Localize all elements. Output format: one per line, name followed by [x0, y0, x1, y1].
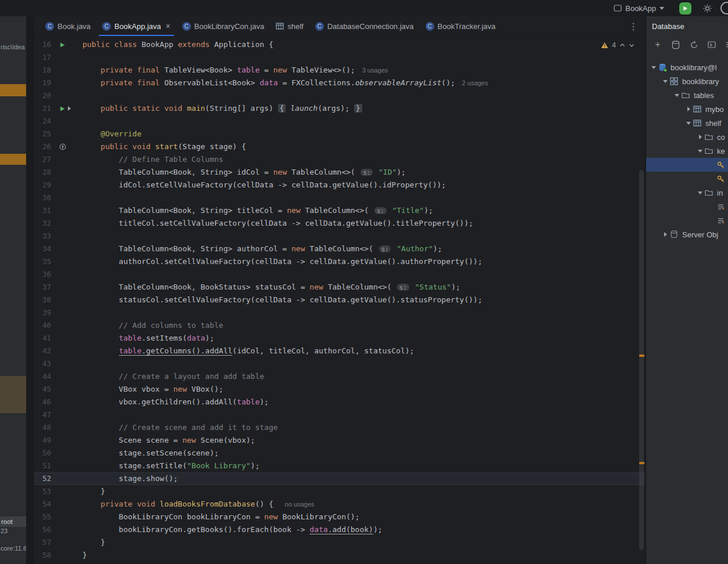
db-tree-item[interactable] [646, 158, 728, 172]
code-line[interactable]: 16public class BookApp extends Applicati… [34, 38, 645, 51]
db-tree-item-co[interactable]: co [646, 130, 728, 144]
code-line[interactable]: 18 private final TableView<Book> table =… [34, 64, 645, 77]
code-line[interactable]: 58} [34, 549, 645, 562]
code-line[interactable]: 48 // Create scene and add it to stage [34, 421, 645, 434]
chevron-down-icon[interactable] [661, 80, 669, 83]
code-line[interactable]: 47 [34, 408, 645, 421]
chevron-right-icon[interactable] [68, 106, 71, 111]
chevron-down-icon[interactable] [698, 150, 702, 153]
data-source-icon[interactable] [671, 40, 680, 49]
db-tree-item-tables[interactable]: tables [646, 88, 728, 102]
chevron-down-icon[interactable] [675, 94, 679, 97]
code-line[interactable]: 52 stage.show(); [34, 472, 645, 485]
tab-shelf[interactable]: shelf [270, 16, 309, 36]
tab-BookTracker.java[interactable]: CBookTracker.java [420, 16, 502, 36]
warning-stripe-mark[interactable] [639, 462, 644, 464]
db-tree-item-booklibrary@l[interactable]: booklibrary@l [646, 60, 728, 74]
refresh-icon[interactable] [689, 40, 698, 49]
code-line[interactable]: 41 table.setItems(data); [34, 332, 645, 345]
scrollbar-thumb[interactable] [639, 170, 644, 550]
db-tree-item-in[interactable]: in [646, 186, 728, 200]
code-line[interactable]: 57 } [34, 536, 645, 549]
tab-overflow-kebab-icon[interactable]: ⋮ [622, 21, 645, 32]
close-icon[interactable]: × [165, 22, 170, 30]
override-icon[interactable] [59, 143, 66, 150]
code-line[interactable]: 19 private final ObservableList<Book> da… [34, 77, 645, 89]
code-line[interactable]: 33 [34, 230, 645, 243]
db-tree-item-Server Obj[interactable]: Server Obj [646, 227, 728, 241]
chevron-right-icon[interactable] [699, 135, 702, 139]
chevron-down-icon[interactable] [663, 80, 668, 83]
next-warning-chevron-down-icon[interactable] [629, 43, 635, 48]
code-line[interactable]: 42 table.getColumns().addAll(idCol, titl… [34, 345, 645, 357]
code-line[interactable]: 38 statusCol.setCellValueFactory(cellDat… [34, 294, 645, 306]
code-line[interactable]: 46 vbox.getChildren().addAll(table); [34, 396, 645, 408]
db-tree-item-booklibrary[interactable]: booklibrary [646, 74, 728, 88]
run-config-selector[interactable]: BookApp [614, 4, 664, 13]
chevron-down-icon[interactable] [686, 122, 691, 125]
chevron-right-icon[interactable] [661, 232, 669, 237]
code-line[interactable]: 55 BookLibraryCon bookLibraryCon = new B… [34, 511, 645, 523]
inspection-widget[interactable]: 4 [599, 40, 637, 50]
code-line[interactable]: 24 [34, 115, 645, 128]
code-line[interactable]: 43 [34, 357, 645, 370]
code-line[interactable]: 35 authorCol.setCellValueFactory(cellDat… [34, 255, 645, 268]
chevron-down-icon[interactable] [698, 191, 702, 194]
chevron-down-icon[interactable] [673, 94, 681, 97]
code-line[interactable]: 34 TableColumn<Book, String> authorCol =… [34, 243, 645, 255]
code-line[interactable]: 50 stage.setScene(scene); [34, 447, 645, 460]
profile-icon[interactable] [720, 2, 728, 15]
code-line[interactable]: 25 @Override [34, 128, 645, 140]
code-line[interactable]: 49 Scene scene = new Scene(vbox); [34, 434, 645, 447]
chevron-right-icon[interactable] [684, 107, 693, 111]
panel-divider[interactable] [26, 16, 34, 564]
code-line[interactable]: 53 } [34, 485, 645, 498]
db-tree-item[interactable] [646, 172, 728, 186]
code-line[interactable]: 45 VBox vbox = new VBox(); [34, 383, 645, 396]
tab-Book.java[interactable]: CBook.java [39, 16, 96, 36]
db-tree-item[interactable] [646, 200, 728, 214]
prev-warning-chevron-up-icon[interactable] [619, 43, 625, 48]
tab-BookApp.java[interactable]: CBookApp.java× [96, 16, 176, 36]
code-line[interactable]: 36 [34, 268, 645, 281]
code-line[interactable]: 32 titleCol.setCellValueFactory(cellData… [34, 217, 645, 230]
chevron-down-icon[interactable] [696, 150, 704, 153]
code-line[interactable]: 20 [34, 89, 645, 102]
chevron-right-icon[interactable] [687, 107, 690, 111]
code-line[interactable]: 28 TableColumn<Book, String> idCol = new… [34, 166, 645, 179]
code-line[interactable]: 29 idCol.setCellValueFactory(cellData ->… [34, 179, 645, 191]
code-line[interactable]: 26 public void start(Stage stage) { [34, 140, 645, 153]
play-icon[interactable] [59, 42, 66, 48]
chevron-right-icon[interactable] [664, 232, 667, 237]
settings-icon[interactable] [701, 2, 713, 15]
chevron-down-icon[interactable] [650, 66, 658, 69]
chevron-down-icon[interactable] [696, 191, 704, 194]
tab-DatabaseConnection.java[interactable]: CDatabaseConnection.java [309, 16, 420, 36]
db-tree-item-shelf[interactable]: shelf [646, 116, 728, 130]
code-line[interactable]: 30 [34, 191, 645, 204]
db-tree-item-mybo[interactable]: mybo [646, 102, 728, 116]
db-tree-item-ke[interactable]: ke [646, 144, 728, 158]
warning-stripe-mark[interactable] [639, 355, 644, 357]
code-line[interactable]: 54 private void loadBooksFromDatabase() … [34, 498, 645, 511]
console-icon[interactable] [707, 40, 716, 49]
code-line[interactable]: 37 TableColumn<Book, BookStatus> statusC… [34, 281, 645, 294]
tab-BookLibraryCon.java[interactable]: CBookLibraryCon.java [176, 16, 271, 36]
code-line[interactable]: 31 TableColumn<Book, String> titleCol = … [34, 204, 645, 217]
chevron-right-icon[interactable] [696, 135, 704, 139]
code-line[interactable]: 44 // Create a layout and add table [34, 370, 645, 383]
more-icon[interactable] [725, 40, 728, 49]
code-line[interactable]: 40 // Add columns to table [34, 319, 645, 332]
chevron-down-icon[interactable] [651, 66, 656, 69]
code-line[interactable]: 56 bookLibraryCon.getBooks().forEach(boo… [34, 523, 645, 536]
code-editor[interactable]: 16public class BookApp extends Applicati… [34, 37, 645, 564]
play-icon[interactable] [59, 106, 66, 112]
editor-scrollbar[interactable] [639, 37, 644, 564]
code-line[interactable]: 51 stage.setTitle("Book Library"); [34, 460, 645, 472]
tree-item-root[interactable]: root [0, 516, 26, 527]
code-line[interactable]: 39 [34, 306, 645, 319]
code-line[interactable]: 27 // Define Table Columns [34, 153, 645, 166]
code-line[interactable]: 21 public static void main(String[] args… [34, 102, 645, 115]
add-icon[interactable]: + [653, 40, 662, 49]
code-line[interactable]: 17 [34, 51, 645, 64]
